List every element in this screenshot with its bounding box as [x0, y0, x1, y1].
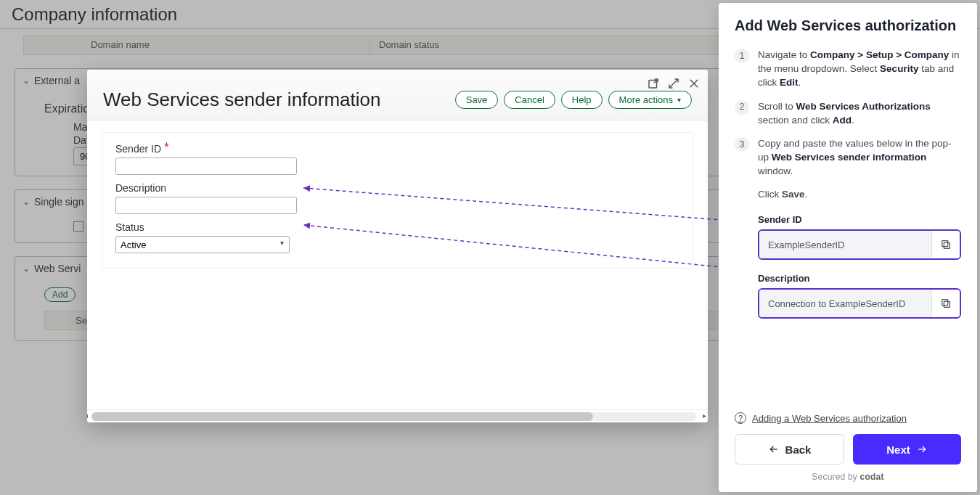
help-link[interactable]: ? Adding a Web Services authorization [735, 412, 961, 424]
click-save-text: Click Save. [758, 189, 961, 200]
step-number-1: 1 [735, 49, 749, 63]
sender-id-label: Sender ID [115, 143, 161, 155]
guide-description-value: Connection to ExampleSenderID [759, 290, 932, 317]
copy-description-button[interactable] [932, 290, 960, 317]
step-1-text: Navigate to Company > Setup > Company in… [758, 49, 961, 90]
status-select[interactable] [115, 236, 290, 253]
svg-rect-6 [942, 300, 948, 306]
svg-rect-4 [942, 241, 948, 247]
modal-title: Web Services sender information [103, 89, 380, 111]
description-input[interactable] [115, 197, 297, 214]
step-number-2: 2 [735, 100, 749, 115]
next-button[interactable]: Next [853, 434, 961, 465]
required-icon: * [164, 143, 169, 152]
guide-panel: Add Web Services authorization 1 Navigat… [719, 3, 977, 492]
copy-sender-id-button[interactable] [932, 231, 960, 258]
secured-by: Secured by codat [735, 472, 961, 482]
sender-id-input[interactable] [115, 158, 297, 175]
status-label: Status [115, 221, 144, 233]
scroll-right-icon[interactable]: ▸ [703, 412, 706, 420]
modal-help-button[interactable]: Help [561, 91, 603, 109]
guide-description-field: Connection to ExampleSenderID [758, 288, 961, 319]
modal-cancel-button[interactable]: Cancel [504, 91, 555, 109]
expand-icon[interactable] [667, 77, 680, 93]
guide-description-label: Description [758, 273, 961, 284]
guide-sender-id-value: ExampleSenderID [759, 231, 932, 258]
modal-more-button[interactable]: More actions [608, 91, 692, 109]
step-3-text: Copy and paste the values below in the p… [758, 137, 961, 179]
guide-title: Add Web Services authorization [735, 17, 961, 34]
step-number-3: 3 [735, 137, 749, 152]
svg-rect-3 [944, 242, 950, 248]
popout-icon[interactable] [647, 77, 660, 93]
svg-rect-5 [944, 301, 950, 307]
step-2-text: Scroll to Web Services Authorizations se… [758, 100, 961, 128]
guide-sender-id-field: ExampleSenderID [758, 229, 961, 260]
sender-info-modal: Web Services sender information Save Can… [87, 70, 708, 422]
horizontal-scrollbar[interactable] [91, 412, 696, 421]
help-icon: ? [735, 412, 746, 424]
modal-save-button[interactable]: Save [455, 91, 499, 109]
back-button[interactable]: Back [735, 434, 844, 465]
description-label: Description [115, 182, 166, 194]
guide-sender-id-label: Sender ID [758, 214, 961, 225]
scroll-left-icon[interactable]: ◂ [87, 412, 88, 420]
close-icon[interactable] [687, 77, 701, 93]
